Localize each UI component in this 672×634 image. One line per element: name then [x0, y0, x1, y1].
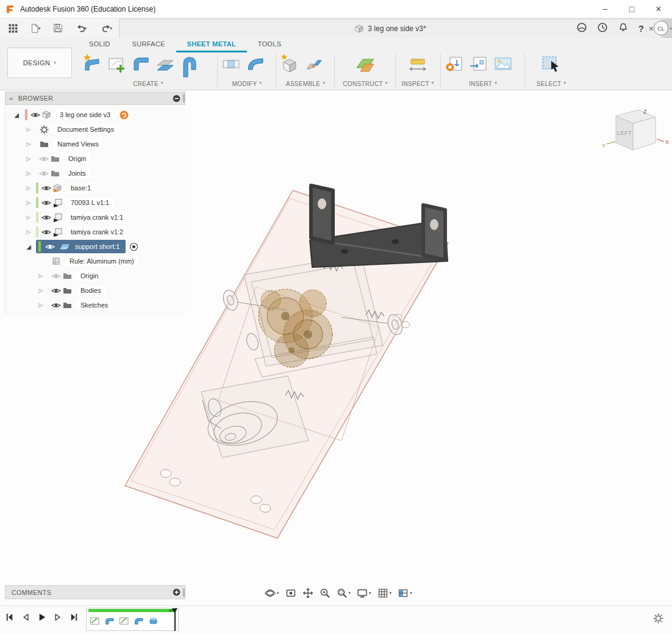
tree-row-sheet-metal-rule[interactable]: Rule: Aluminum (mm) — [5, 254, 185, 268]
insert-svg-button[interactable] — [444, 52, 465, 76]
timeline-position-marker[interactable] — [174, 608, 176, 631]
expand-icon[interactable]: ▷ — [25, 170, 32, 176]
notifications-bell-icon[interactable] — [618, 22, 629, 35]
create-menu[interactable]: CREATE▾ — [82, 81, 215, 87]
tree-item-label[interactable]: Joints — [64, 168, 90, 178]
visibility-eye-icon[interactable] — [45, 243, 55, 250]
contour-flange-button[interactable] — [179, 52, 200, 81]
joint-button[interactable] — [304, 52, 324, 76]
inspect-menu[interactable]: INSPECT▾ — [398, 81, 438, 87]
visibility-eye-icon[interactable] — [30, 112, 41, 118]
visibility-eye-icon[interactable] — [41, 200, 52, 206]
display-settings-button[interactable]: ▾ — [357, 588, 371, 599]
look-at-button[interactable] — [285, 588, 296, 599]
insert-derive-button[interactable] — [468, 52, 489, 76]
modify-menu[interactable]: MODIFY▾ — [221, 81, 273, 87]
selected-row-highlight[interactable]: support short:1 — [36, 240, 126, 253]
tree-row-sketches[interactable]: ▷ Sketches — [5, 298, 185, 312]
expand-icon[interactable]: ▷ — [37, 287, 45, 294]
maximize-button[interactable]: □ — [618, 0, 645, 18]
zoom-button[interactable] — [320, 588, 331, 599]
job-status-clock-icon[interactable] — [597, 22, 608, 35]
tree-row-named-views[interactable]: ▷ Named Views — [5, 137, 185, 151]
timeline-sketch-feature[interactable] — [90, 616, 100, 628]
tree-row-70093[interactable]: ▷ 70093 L v1:1 — [5, 195, 185, 210]
insert-image-button[interactable] — [493, 52, 513, 76]
help-icon[interactable]: ? — [638, 23, 644, 34]
visibility-eye-icon[interactable] — [51, 273, 62, 279]
expand-icon[interactable]: ▷ — [25, 185, 32, 191]
timeline-track[interactable] — [86, 608, 179, 631]
construct-menu[interactable]: CONSTRUCT▾ — [338, 81, 393, 87]
tab-surface[interactable]: SURFACE — [121, 38, 176, 52]
pan-button[interactable] — [302, 588, 313, 599]
extensions-icon[interactable] — [576, 22, 587, 35]
visibility-eye-icon[interactable] — [51, 302, 62, 309]
user-avatar[interactable]: CL — [654, 21, 668, 35]
step-back-button[interactable] — [21, 612, 31, 624]
view-cube-front-face[interactable] — [633, 117, 656, 150]
expand-icon[interactable]: ▷ — [25, 156, 32, 162]
tree-item-label[interactable]: Sketches — [76, 300, 112, 310]
unfold-button[interactable] — [221, 52, 241, 76]
preferences-gear-icon[interactable] — [653, 613, 663, 625]
tree-item-label[interactable]: Named Views — [53, 139, 103, 149]
play-button[interactable] — [37, 612, 47, 624]
select-button[interactable] — [541, 52, 562, 76]
tab-solid[interactable]: SOLID — [78, 38, 121, 52]
skip-to-start-button[interactable] — [5, 612, 15, 624]
construct-plane-button[interactable] — [355, 52, 376, 76]
expand-icon[interactable]: ▷ — [25, 214, 32, 220]
tree-item-label[interactable]: Origin — [76, 271, 102, 281]
expand-icon[interactable]: ▷ — [25, 126, 32, 132]
zoom-window-button[interactable]: ▾ — [337, 588, 351, 599]
expand-icon[interactable]: ▷ — [37, 302, 45, 308]
new-component-button[interactable] — [279, 52, 300, 76]
tree-item-label[interactable]: tamiya crank v1:2 — [66, 227, 127, 237]
timeline-flange-feature[interactable] — [104, 616, 115, 628]
workspace-selector[interactable]: DESIGN ▾ — [7, 48, 72, 78]
viewports-button[interactable]: ▾ — [398, 588, 412, 599]
close-button[interactable]: × — [645, 0, 672, 18]
expand-icon[interactable]: ▷ — [25, 229, 32, 235]
visibility-eye-icon[interactable] — [51, 287, 62, 294]
panel-resize-grip[interactable] — [183, 94, 185, 103]
app-grid-icon[interactable] — [4, 18, 22, 38]
redo-button[interactable]: ▾ — [95, 18, 118, 38]
panel-resize-grip[interactable] — [183, 588, 185, 597]
tree-item-label[interactable]: support short:1 — [74, 242, 121, 251]
grid-settings-button[interactable]: ▾ — [377, 588, 392, 599]
tree-item-label[interactable]: tamiya crank v1:1 — [66, 212, 127, 222]
insert-menu[interactable]: INSERT▾ — [444, 81, 522, 87]
timeline-flange-feature[interactable] — [134, 616, 144, 628]
timeline-base-feature[interactable] — [148, 616, 159, 628]
tree-item-label[interactable]: 70093 L v1:1 — [66, 198, 113, 207]
tree-row-root[interactable]: ◢ 3 leg one side v3 — [5, 107, 185, 122]
visibility-eye-icon[interactable] — [38, 156, 49, 162]
tree-row-origin[interactable]: ▷ Origin — [5, 151, 185, 166]
skip-to-end-button[interactable] — [68, 612, 79, 624]
visibility-eye-icon[interactable] — [41, 185, 52, 192]
expand-icon[interactable]: ▷ — [25, 200, 32, 206]
file-menu-button[interactable]: ▾ — [24, 18, 46, 38]
expand-icon[interactable]: ▷ — [25, 141, 32, 147]
update-badge-icon[interactable] — [120, 110, 129, 120]
add-comment-icon[interactable] — [173, 588, 181, 596]
tree-row-base[interactable]: ▷ base:1 — [5, 181, 185, 195]
convert-to-sheet-metal-button[interactable] — [155, 52, 176, 76]
view-cube[interactable]: LEFT Z Y X — [601, 104, 672, 162]
tree-item-label[interactable]: Rule: Aluminum (mm) — [65, 256, 138, 266]
timeline-sketch-feature[interactable] — [119, 616, 129, 628]
tree-row-document-settings[interactable]: ▷ Document Settings — [5, 122, 185, 137]
visibility-eye-icon[interactable] — [41, 229, 52, 236]
orbit-button[interactable]: ▾ — [265, 588, 279, 599]
activate-component-radio[interactable] — [129, 242, 138, 251]
tree-item-label[interactable]: Origin — [64, 154, 90, 164]
tree-item-label[interactable]: Document Settings — [53, 124, 118, 134]
visibility-eye-icon[interactable] — [41, 214, 52, 221]
tab-sheet-metal[interactable]: SHEET METAL — [176, 38, 247, 52]
measure-button[interactable] — [407, 52, 428, 76]
tree-row-bodies[interactable]: ▷ Bodies — [5, 283, 185, 298]
tree-row-support-short[interactable]: ◢ support short:1 — [5, 239, 185, 254]
undo-button[interactable]: ▾ — [70, 18, 93, 38]
